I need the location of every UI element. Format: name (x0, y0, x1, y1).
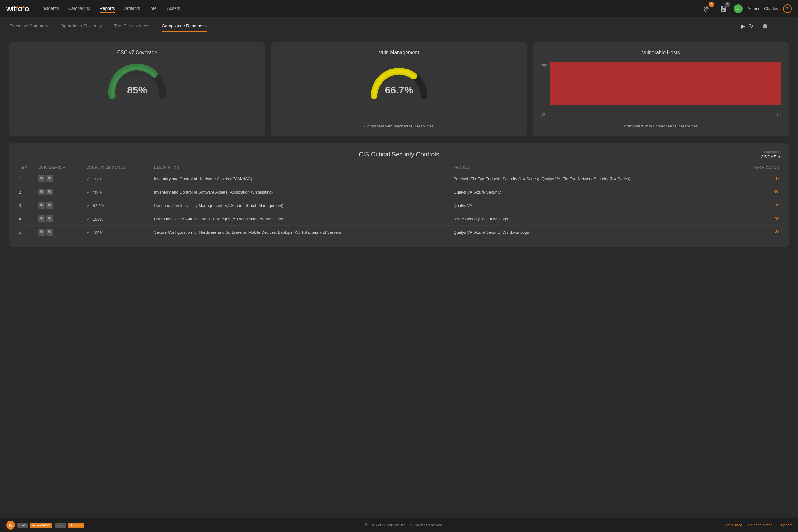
document-notification-button[interactable]: 0 (718, 3, 729, 14)
tab-compliance-readiness[interactable]: Compliance Readiness (162, 20, 207, 32)
zoom-out-icon-row4[interactable]: 🔍 (46, 215, 53, 222)
compliance-check-row3: ✓ (86, 203, 90, 208)
chart-x-max: 1.0 (777, 113, 781, 116)
framework-label: Framework (764, 150, 781, 154)
nav-campaigns[interactable]: Campaigns (68, 5, 90, 13)
footer-link-community[interactable]: Community (723, 523, 742, 527)
compliance-check-row2: ✓ (86, 189, 90, 195)
search-icons-row2: 🔍 🔍 (38, 189, 82, 195)
col-verification: VERIFICATION (735, 163, 781, 172)
footer-build: build demo-6-2-5 (17, 522, 52, 528)
build-value: demo-6-2-5 (30, 522, 52, 528)
tabs-bar: Executive Summary Operations Efficiency … (0, 17, 798, 35)
row1-compliance: ✓ 100% (84, 172, 152, 186)
eye-icon-row3[interactable]: 👁 (774, 203, 779, 208)
zoom-in-icon-row4[interactable]: 🔍 (38, 215, 45, 222)
zoom-in-icon-row1[interactable]: 🔍 (38, 175, 45, 182)
zoom-in-icon-row3[interactable]: 🔍 (38, 202, 45, 209)
framework-selector[interactable]: Framework CSC v7 ▼ (761, 150, 781, 159)
tab-executive-summary[interactable]: Executive Summary (10, 20, 48, 32)
build-label: build (17, 522, 28, 528)
gauge-csc: 85% (106, 62, 168, 96)
gauge-vuln: 66.7% (368, 62, 430, 96)
row2-verification: 👁 (735, 186, 781, 199)
history-button[interactable]: ↻ (749, 23, 754, 30)
zoom-out-icon-row2[interactable]: 🔍 (46, 189, 53, 195)
navbar: witfoo Incidents Campaigns Reports Artif… (0, 0, 798, 17)
table-header-row: CIS Critical Security Controls Framework… (17, 151, 781, 158)
framework-dropdown[interactable]: CSC v7 ▼ (761, 154, 781, 159)
footer-link-support[interactable]: Support (779, 523, 792, 527)
zoom-in-icon-row5[interactable]: 🔍 (38, 229, 45, 235)
chart-y-label: High (540, 62, 550, 67)
nav-right: 3 0 ✓ Admin Charles ? (701, 3, 792, 14)
tab-controls: ▶ ↻ (741, 23, 788, 30)
compliance-check-row4: ✓ (86, 216, 90, 222)
table-row: 5 🔍 🔍 ✓ 100% Secure Configuration for Ha… (17, 226, 781, 239)
zoom-in-icon-row2[interactable]: 🔍 (38, 189, 45, 195)
col-compliance: COMPLIANCE STATUS (84, 163, 152, 172)
row4-item: 4 (17, 212, 36, 226)
gauge-csc-value: 85% (127, 84, 147, 96)
row5-item: 5 (17, 226, 36, 239)
cards-row: CSC v7 Coverage 85% Vuln Management (10, 42, 788, 136)
row4-compliance: ✓ 100% (84, 212, 152, 226)
row1-description: Inventory and Control of Hardware Assets… (152, 172, 452, 186)
logo: witfoo (6, 4, 29, 13)
table-row: 4 🔍 🔍 ✓ 100% Controlled Use of Administr… (17, 212, 781, 226)
chart-x-axis: 0.0 1.0 (540, 113, 781, 116)
col-description: DESCRIPTION (152, 163, 452, 172)
witfoo-icon: w (6, 521, 15, 530)
table-body: 1 🔍 🔍 ✓ 100% Inventory and Control of Ha… (17, 172, 781, 239)
row4-quicksearch: 🔍 🔍 (36, 212, 84, 226)
chart-x-min: 0.0 (540, 113, 545, 116)
user-label[interactable]: Charles (764, 6, 778, 11)
row3-item: 3 (17, 199, 36, 212)
table-row: 3 🔍 🔍 ✓ 83.3% Continuous Vulnerability M… (17, 199, 781, 212)
footer-meta: meta demo-5 (55, 522, 84, 528)
nav-assets[interactable]: Assets (167, 5, 180, 13)
eye-icon-row2[interactable]: 👁 (774, 189, 779, 194)
row1-verification: 👁 (735, 172, 781, 186)
meta-value: demo-5 (68, 522, 84, 528)
eye-icon-row4[interactable]: 👁 (774, 216, 779, 221)
compliance-check-row1: ✓ (86, 176, 90, 182)
nav-links: Incidents Campaigns Reports Artifacts In… (41, 5, 702, 13)
zoom-out-icon-row1[interactable]: 🔍 (46, 175, 53, 182)
admin-label[interactable]: Admin (747, 6, 759, 11)
timeline-slider[interactable] (758, 25, 788, 26)
nav-intel[interactable]: Intel (149, 5, 157, 13)
zoom-out-icon-row5[interactable]: 🔍 (46, 229, 53, 235)
row3-quicksearch: 🔍 🔍 (36, 199, 84, 212)
table-header-row-cols: ITEM QUICKSEARCH COMPLIANCE STATUS DESCR… (17, 163, 781, 172)
dropdown-arrow-icon: ▼ (777, 155, 781, 159)
row1-product: Precinct, FireEye Endpoint Security (HX … (452, 172, 735, 186)
row2-quicksearch: 🔍 🔍 (36, 186, 84, 199)
fingerprint-badge: 3 (709, 2, 714, 7)
col-product: PRODUCT (452, 163, 735, 172)
framework-value: CSC v7 (761, 154, 776, 159)
nav-artifacts[interactable]: Artifacts (125, 5, 140, 13)
row4-product: Azure Security, Windows Logs (452, 212, 735, 226)
footer-link-release-notes[interactable]: Release Notes (748, 523, 773, 527)
tab-tool-effectiveness[interactable]: Tool Effectiveness (114, 20, 150, 32)
table-title: CIS Critical Security Controls (359, 151, 439, 158)
nav-reports[interactable]: Reports (100, 5, 115, 13)
nav-incidents[interactable]: Incidents (41, 5, 59, 13)
card-vulnerable-hosts: Vulnerable Hosts High 0.0 1.0 Computers … (533, 42, 788, 136)
footer-left: w build demo-6-2-5 meta demo-5 (6, 521, 84, 530)
card-vuln-subtitle: Computers with patched vulnerabilities (364, 124, 434, 128)
fingerprint-notification-button[interactable]: 3 (701, 3, 712, 14)
tab-operations-efficiency[interactable]: Operations Efficiency (60, 20, 102, 32)
eye-icon-row1[interactable]: 👁 (774, 176, 779, 181)
eye-icon-row5[interactable]: 👁 (774, 229, 779, 235)
help-button[interactable]: ? (783, 4, 792, 13)
timeline-slider-container (758, 25, 788, 26)
row1-quicksearch: 🔍 🔍 (36, 172, 84, 186)
compliance-check-row5: ✓ (86, 230, 90, 235)
play-button[interactable]: ▶ (741, 23, 745, 30)
gauge-vuln-svg (368, 62, 430, 102)
zoom-out-icon-row3[interactable]: 🔍 (46, 202, 53, 209)
chart-rect (550, 62, 781, 105)
row4-verification: 👁 (735, 212, 781, 226)
